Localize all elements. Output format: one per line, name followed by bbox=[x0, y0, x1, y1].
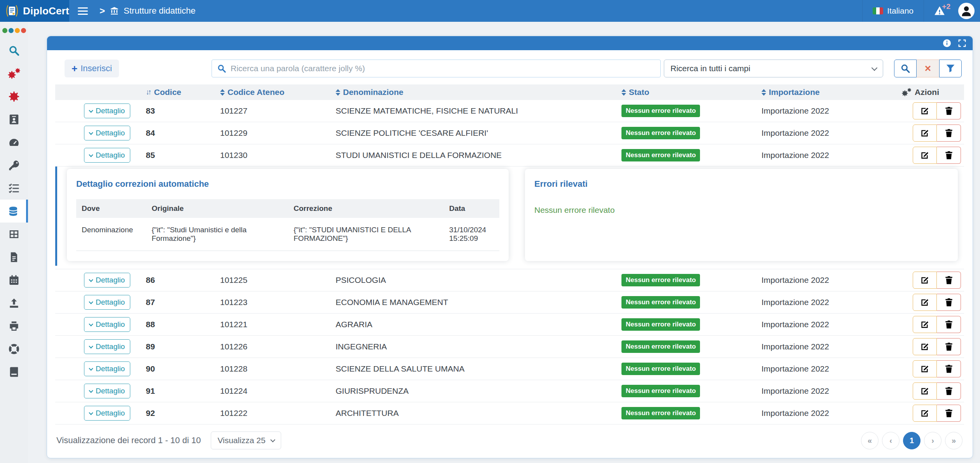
delete-row-button[interactable] bbox=[937, 147, 961, 164]
pagination-last-button[interactable]: » bbox=[945, 432, 962, 449]
row-detail-button[interactable]: Dettaglio bbox=[84, 361, 130, 376]
gears-icon bbox=[901, 88, 912, 97]
language-selector[interactable]: Italiano bbox=[862, 0, 924, 22]
clear-search-button[interactable]: × bbox=[917, 60, 939, 77]
filter-funnel-icon bbox=[945, 63, 956, 74]
edit-row-button[interactable] bbox=[913, 316, 937, 333]
structures-table: ↓↑ Codice Codice Ateneo Denominazione St… bbox=[55, 84, 964, 424]
upload-icon bbox=[8, 297, 20, 309]
edit-row-button[interactable] bbox=[913, 294, 937, 311]
cell-denominazione: SCIENZE POLITICHE 'CESARE ALFIERI' bbox=[336, 128, 621, 138]
delete-row-button[interactable] bbox=[937, 125, 961, 142]
filter-button[interactable] bbox=[939, 60, 962, 77]
row-detail-button[interactable]: Dettaglio bbox=[84, 339, 130, 354]
edit-row-button[interactable] bbox=[913, 405, 937, 422]
edit-row-button[interactable] bbox=[913, 147, 937, 164]
delete-row-button[interactable] bbox=[937, 294, 961, 311]
table-row: Dettaglio 88 101221 AGRARIA Nessun error… bbox=[55, 314, 964, 336]
search-icon bbox=[8, 45, 20, 56]
corrections-table-row: Denominazione {"it": "Studi Umanistici e… bbox=[76, 218, 499, 251]
column-header-denominazione[interactable]: Denominazione bbox=[336, 88, 621, 97]
pagination-page-1-button[interactable]: 1 bbox=[903, 432, 920, 449]
edit-row-button[interactable] bbox=[913, 338, 937, 355]
delete-row-button[interactable] bbox=[937, 272, 961, 289]
sidebar-item-database[interactable] bbox=[0, 200, 28, 223]
table-icon bbox=[8, 228, 20, 240]
breadcrumb-label[interactable]: Strutture didattiche bbox=[124, 6, 196, 16]
cell-importazione: Importazione 2022 bbox=[761, 298, 901, 307]
search-scope-select[interactable]: Ricerca in tutti i campi bbox=[664, 60, 883, 77]
sidebar-item-manuals[interactable] bbox=[0, 360, 28, 383]
sidebar-item-dashboard[interactable] bbox=[0, 131, 28, 154]
key-icon bbox=[8, 160, 20, 171]
edit-row-button[interactable] bbox=[913, 272, 937, 289]
status-badge: Nessun errore rilevato bbox=[621, 274, 700, 286]
icon-sidebar bbox=[0, 22, 28, 463]
sidebar-item-upload[interactable] bbox=[0, 291, 28, 314]
sidebar-item-search[interactable] bbox=[0, 39, 28, 62]
sidebar-item-tables[interactable] bbox=[0, 223, 28, 246]
sidebar-item-support[interactable] bbox=[0, 337, 28, 360]
edit-row-button[interactable] bbox=[913, 360, 937, 377]
life-ring-icon bbox=[8, 343, 20, 355]
alerts-button[interactable]: +2 bbox=[924, 0, 955, 22]
sidebar-item-admin-settings[interactable] bbox=[0, 62, 28, 85]
edit-pencil-icon bbox=[920, 128, 930, 138]
delete-row-button[interactable] bbox=[937, 316, 961, 333]
cell-codice: 91 bbox=[146, 386, 220, 396]
cell-codice: 84 bbox=[146, 128, 220, 138]
table-row: Dettaglio 83 101227 SCIENZE MATEMATICHE,… bbox=[55, 100, 964, 122]
row-detail-button[interactable]: Dettaglio bbox=[84, 273, 130, 288]
user-menu[interactable] bbox=[955, 0, 980, 22]
plus-icon: + bbox=[72, 65, 77, 72]
delete-row-button[interactable] bbox=[937, 360, 961, 377]
chevron-down-icon bbox=[89, 322, 93, 326]
cell-importazione: Importazione 2022 bbox=[761, 106, 901, 116]
delete-row-button[interactable] bbox=[937, 338, 961, 355]
delete-row-button[interactable] bbox=[937, 102, 961, 119]
row-actions bbox=[901, 405, 961, 422]
column-header-codice-ateneo[interactable]: Codice Ateneo bbox=[220, 88, 336, 97]
edit-row-button[interactable] bbox=[913, 382, 937, 400]
delete-row-button[interactable] bbox=[937, 405, 961, 422]
sidebar-item-access[interactable] bbox=[0, 154, 28, 177]
corrections-table: Dove Originale Correzione Data Denominaz… bbox=[76, 199, 499, 251]
sidebar-item-documents[interactable] bbox=[0, 246, 28, 268]
page-size-select[interactable]: Visualizza 25 bbox=[211, 431, 281, 449]
column-header-importazione[interactable]: Importazione bbox=[761, 88, 901, 97]
row-detail-button[interactable]: Dettaglio bbox=[84, 103, 130, 118]
edit-row-button[interactable] bbox=[913, 102, 937, 119]
pagination-first-button[interactable]: « bbox=[861, 432, 878, 449]
search-input[interactable] bbox=[212, 60, 661, 77]
status-badge: Nessun errore rilevato bbox=[621, 363, 700, 375]
cell-codice-ateneo: 101226 bbox=[220, 342, 336, 351]
search-submit-button[interactable] bbox=[894, 60, 917, 77]
row-detail-button[interactable]: Dettaglio bbox=[84, 317, 130, 332]
column-header-codice[interactable]: ↓↑ Codice bbox=[146, 88, 220, 97]
row-detail-button[interactable]: Dettaglio bbox=[84, 295, 130, 310]
info-button[interactable] bbox=[942, 39, 952, 48]
row-detail-button[interactable]: Dettaglio bbox=[84, 148, 130, 163]
pagination-prev-button[interactable]: ‹ bbox=[882, 432, 900, 449]
row-detail-button[interactable]: Dettaglio bbox=[84, 406, 130, 421]
row-detail-button[interactable]: Dettaglio bbox=[84, 126, 130, 140]
sidebar-item-tasks[interactable] bbox=[0, 177, 28, 200]
menu-toggle-button[interactable] bbox=[78, 7, 88, 15]
edit-row-button[interactable] bbox=[913, 125, 937, 142]
trash-icon bbox=[944, 386, 954, 396]
pagination-next-button[interactable]: › bbox=[924, 432, 942, 449]
app-logo[interactable]: DiploCert bbox=[0, 0, 69, 22]
delete-row-button[interactable] bbox=[937, 382, 961, 400]
table-row: Dettaglio 92 101222 ARCHITETTURA Nessun … bbox=[55, 402, 964, 424]
status-dot-orange bbox=[15, 28, 20, 33]
avatar[interactable] bbox=[958, 3, 975, 19]
fullscreen-button[interactable] bbox=[958, 39, 966, 47]
edit-pencil-icon bbox=[920, 342, 930, 352]
row-detail-button[interactable]: Dettaglio bbox=[84, 384, 130, 398]
sidebar-item-settings[interactable] bbox=[0, 85, 28, 108]
sidebar-item-profiles[interactable] bbox=[0, 108, 28, 131]
sidebar-item-calendar[interactable] bbox=[0, 268, 28, 291]
insert-button[interactable]: + Inserisci bbox=[65, 60, 119, 77]
column-header-stato[interactable]: Stato bbox=[621, 88, 761, 97]
sidebar-item-print[interactable] bbox=[0, 314, 28, 337]
